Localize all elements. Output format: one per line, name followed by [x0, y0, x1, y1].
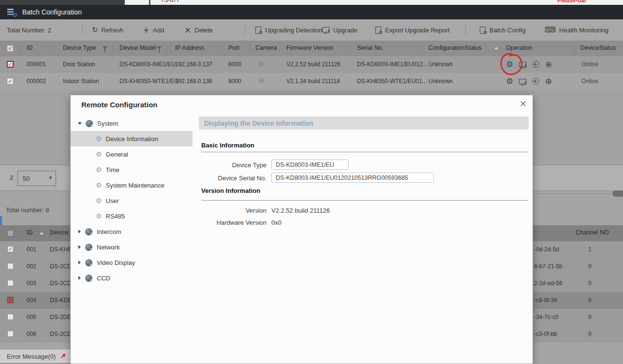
column-header-ip[interactable]: IP Address: [175, 44, 204, 51]
cell-channel-no: 1: [588, 246, 592, 253]
cell-firmware: V2.2.52 build 211126: [286, 61, 341, 68]
cell-device-model: DS-KD8: [50, 297, 71, 304]
remote-control-play-icon[interactable]: ▶: [533, 61, 539, 68]
upgrade-button[interactable]: ↑ Upgrade: [322, 19, 357, 41]
add-button[interactable]: + Add: [143, 19, 164, 41]
table-row[interactable]: ✓ 000002 Indoor Station DS-KH8350-WTE1/E…: [0, 73, 623, 90]
column-header-configuration-status[interactable]: ConfigurationStatus: [429, 44, 482, 51]
pin-icon[interactable]: [59, 353, 66, 360]
expand-triangle-icon[interactable]: [78, 245, 81, 249]
error-message-bar[interactable]: Error Message(0): [0, 349, 71, 364]
select-all-checkbox[interactable]: ✓: [7, 45, 14, 52]
background-dark-segment: [0, 0, 125, 5]
column-separator: [250, 45, 250, 52]
row-checkbox[interactable]: ✓: [7, 78, 14, 85]
hardware-version-value: 0x0: [271, 219, 282, 226]
row-checkbox[interactable]: [7, 314, 14, 320]
hardware-version-label: Hardware Version: [194, 219, 267, 226]
health-monitoring-button[interactable]: ⌨ Health Monitoring: [545, 19, 608, 41]
cell-channel-no: 0: [588, 314, 592, 320]
upgrade-label: Upgrade: [333, 27, 357, 34]
document-gear-icon: ⚙: [255, 27, 262, 34]
batch-config-button[interactable]: ⚙ Batch Config: [480, 19, 525, 41]
expand-triangle-icon[interactable]: [78, 261, 81, 264]
column-header-channel-no[interactable]: Channel NO: [576, 229, 609, 236]
device-type-field[interactable]: DS-KD8003-IME1/EU: [271, 160, 349, 170]
page-size-dropdown[interactable]: 50 ▾: [17, 171, 56, 186]
tree-item-system-maintenance[interactable]: ⚙ System Maintenance: [71, 177, 193, 193]
cell-mac-fragment: -c3-0f-bb: [534, 331, 557, 337]
column-header-id[interactable]: ID: [27, 44, 33, 51]
row-checkbox[interactable]: [7, 297, 14, 303]
filter-funnel-icon[interactable]: [157, 46, 162, 49]
scrollbar-track: [535, 193, 613, 194]
web-browse-globe-icon[interactable]: ⊕: [545, 77, 552, 86]
page-size-value: 50: [23, 175, 30, 182]
column-header-device-type[interactable]: Device Type: [63, 44, 96, 51]
column-header-firmware[interactable]: Firmware Version: [286, 44, 333, 51]
column-separator: [20, 45, 21, 52]
cell-id: 000002: [27, 78, 46, 85]
column-separator: [421, 45, 421, 52]
batch-config-label: Batch Config: [490, 27, 525, 34]
column-header-device-model[interactable]: Device Model: [119, 44, 156, 51]
refresh-button[interactable]: ↻ Refresh: [92, 19, 123, 41]
cell-port: 8000: [228, 78, 241, 85]
device-serial-label: Device Serial No.: [194, 175, 267, 182]
tree-group-video-display[interactable]: ⚙ Video Display: [71, 255, 193, 270]
row-checkbox[interactable]: [7, 331, 14, 337]
select-all-checkbox[interactable]: [7, 230, 14, 236]
device-serial-value: DS-KD8003-IME1/EU0120210513RRG00593685: [276, 175, 408, 181]
tree-group-network[interactable]: ⚙ Network: [71, 239, 193, 255]
cell-id: 000001: [27, 61, 46, 68]
table-row[interactable]: ✓ 000001 Door Station DS-KD8003-IME1/EU …: [0, 56, 623, 73]
tree-group-intercom[interactable]: ⚙ Intercom: [71, 224, 193, 239]
column-separator: [350, 45, 351, 52]
cell-id: 005: [27, 314, 36, 320]
collapse-triangle-icon[interactable]: [78, 122, 82, 125]
tree-group-system[interactable]: ⚙ System: [71, 116, 193, 131]
cell-id: 002: [27, 263, 36, 270]
column-header-camera[interactable]: Camera: [255, 44, 277, 51]
category-globe-icon: ⚙: [85, 228, 92, 235]
tree-item-rs485[interactable]: ⚙ RS485: [71, 208, 193, 224]
web-browse-globe-icon[interactable]: ⊕: [545, 60, 552, 69]
document-gear-icon: ⚙: [375, 27, 382, 34]
upgrading-detection-button[interactable]: ⚙ Upgrading Detection: [255, 19, 323, 41]
remote-control-play-icon[interactable]: ▶: [533, 78, 539, 85]
section-version-information: Version Information: [201, 187, 260, 194]
cell-configuration-status: Unknown: [429, 78, 453, 85]
scrollbar-thumb[interactable]: [612, 190, 623, 197]
tree-item-user[interactable]: ⚙ User: [71, 193, 193, 208]
column-header-id[interactable]: ID: [27, 229, 33, 236]
cell-id: 004: [27, 297, 36, 304]
cell-mac-fragment: -34-7c-c0: [534, 314, 559, 320]
tree-item-device-information[interactable]: ⚙ Device Information: [71, 131, 193, 146]
close-icon[interactable]: ×: [519, 99, 527, 108]
row-checkbox[interactable]: ✓: [7, 61, 14, 68]
expand-triangle-icon[interactable]: [78, 276, 81, 280]
category-globe-icon: ⚙: [85, 259, 92, 266]
delete-button[interactable]: × Delete: [184, 19, 213, 41]
gear-icon: ⚙: [12, 12, 18, 18]
row-checkbox[interactable]: [7, 280, 14, 286]
column-header-device-status[interactable]: DeviceStatus: [580, 44, 616, 51]
tree-group-label: Video Display: [97, 259, 135, 266]
tree-item-time[interactable]: ⚙ Time: [71, 162, 193, 177]
expand-triangle-icon[interactable]: [78, 230, 81, 233]
check-icon: ✓: [8, 62, 12, 67]
column-header-serial[interactable]: Serial No.: [357, 44, 384, 51]
tree-item-general[interactable]: ⚙ General: [71, 146, 193, 162]
row-checkbox[interactable]: [7, 263, 14, 269]
monitor-upgrade-icon: ↑: [322, 27, 330, 33]
cell-serial: DS-KH8350-WTE1/EU01...: [357, 78, 427, 85]
tree-group-ccd[interactable]: ⚙ CCD: [71, 270, 193, 286]
column-header-port[interactable]: Port: [228, 44, 239, 51]
gear-icon: ⚙: [96, 182, 102, 189]
export-upgrade-report-button[interactable]: ⚙ Export Upgrade Report: [375, 19, 450, 41]
filter-funnel-icon[interactable]: [103, 46, 107, 49]
row-checkbox[interactable]: ✓: [7, 246, 14, 252]
tree-item-label: System Maintenance: [106, 182, 164, 189]
sort-ascending-icon: [40, 232, 44, 234]
device-serial-field[interactable]: DS-KD8003-IME1/EU0120210513RRG00593685: [271, 173, 434, 183]
